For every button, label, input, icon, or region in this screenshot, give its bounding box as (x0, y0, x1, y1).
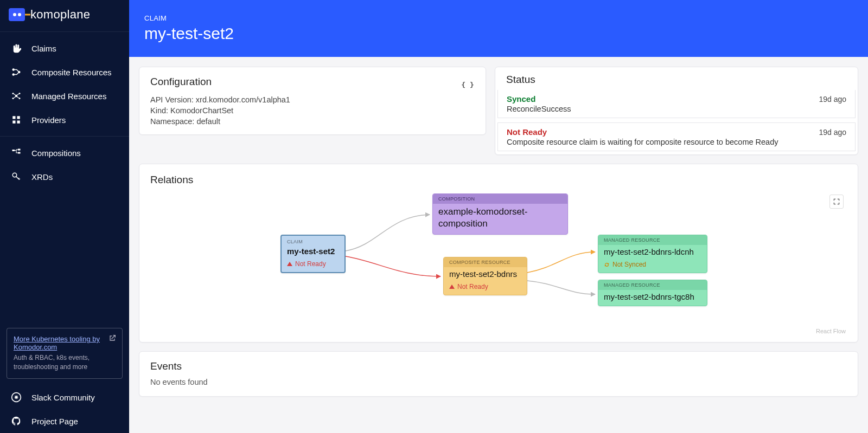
flow-icon (11, 147, 22, 158)
nav-label: Managed Resources (31, 92, 106, 101)
node-status: Not Ready (287, 260, 339, 268)
svg-rect-8 (12, 116, 15, 119)
sync-icon (604, 262, 610, 268)
svg-point-5 (19, 93, 21, 94)
svg-rect-11 (17, 121, 20, 124)
svg-rect-13 (18, 149, 21, 151)
status-title: Status (495, 74, 858, 86)
nav-label: XRDs (31, 172, 53, 182)
status-label: Not Ready (507, 127, 547, 137)
nav-managed-resources[interactable]: Managed Resources (0, 84, 129, 108)
header-kicker: CLAIM (144, 14, 853, 22)
nav-claims[interactable]: Claims (0, 36, 129, 60)
status-time: 19d ago (819, 95, 846, 104)
node-status: Not Ready (449, 283, 521, 290)
promo-box[interactable]: More Kubernetes tooling by Komodor.com A… (7, 328, 123, 379)
sidebar: komoplane Claims Composite Resources Man… (0, 0, 129, 433)
node-title: example-komodorset-composition (438, 206, 562, 230)
brand-text: komoplane (30, 8, 90, 22)
svg-point-1 (12, 73, 15, 76)
brand[interactable]: komoplane (0, 0, 129, 32)
slack-icon (11, 392, 22, 403)
node-title: my-test-set2-bdnrs-ldcnh (604, 247, 701, 256)
status-row-synced: Synced 19d ago ReconcileSuccess (497, 90, 856, 118)
node-managed-resource-1[interactable]: MANAGED RESOURCE my-test-set2-bdnrs-ldcn… (598, 235, 707, 273)
footer-slack[interactable]: Slack Community (0, 385, 129, 409)
warning-icon (449, 285, 455, 289)
page-title: my-test-set2 (144, 24, 853, 43)
node-composition[interactable]: COMPOSITION example-komodorset-compositi… (432, 193, 568, 235)
svg-point-4 (12, 93, 14, 94)
fullscreen-button[interactable] (829, 195, 844, 209)
svg-rect-14 (18, 152, 21, 154)
nav-label: Composite Resources (31, 68, 112, 77)
footer-label: Project Page (31, 417, 78, 426)
nav-group-primary: Claims Composite Resources Managed Resou… (0, 32, 129, 137)
configuration-title: Configuration (150, 76, 212, 88)
footer-github[interactable]: Project Page (0, 409, 129, 433)
config-kind: Kind: KomodorChartSet (150, 106, 475, 115)
main: CLAIM my-test-set2 Configuration { } API… (129, 0, 868, 433)
nav-compositions[interactable]: Compositions (0, 141, 129, 165)
nav-label: Providers (31, 115, 66, 125)
svg-rect-10 (12, 121, 15, 124)
events-card: Events No events found (139, 351, 858, 397)
svg-rect-12 (12, 150, 15, 151)
graph-icon (11, 91, 22, 101)
page-header: CLAIM my-test-set2 (129, 0, 868, 57)
svg-rect-9 (17, 116, 20, 119)
key-icon (11, 171, 22, 182)
config-namespace: Namespace: default (150, 117, 475, 126)
node-claim[interactable]: CLAIM my-test-set2 Not Ready (280, 235, 346, 273)
svg-point-6 (12, 98, 14, 99)
status-desc: Composite resource claim is waiting for … (507, 138, 846, 146)
status-desc: ReconcileSuccess (507, 105, 846, 113)
hand-icon (11, 43, 22, 54)
events-title: Events (150, 360, 847, 372)
nav-label: Compositions (31, 148, 81, 158)
grid-icon (11, 114, 22, 125)
external-link-icon (108, 334, 117, 344)
svg-point-0 (12, 68, 15, 71)
nodes-icon (11, 67, 22, 77)
logo-icon (9, 8, 25, 21)
config-api-version: API Version: xrd.komodor.com/v1alpha1 (150, 95, 475, 104)
node-managed-resource-2[interactable]: MANAGED RESOURCE my-test-set2-bdnrs-tgc8… (598, 280, 707, 306)
github-icon (11, 416, 22, 426)
footer-label: Slack Community (31, 393, 95, 402)
reactflow-attribution: React Flow (816, 328, 846, 334)
status-card: Status Synced 19d ago ReconcileSuccess N… (495, 67, 858, 155)
node-title: my-test-set2 (287, 247, 339, 256)
nav-composite-resources[interactable]: Composite Resources (0, 60, 129, 84)
node-status: Not Synced (604, 261, 701, 268)
node-title: my-test-set2-bdnrs-tgc8h (604, 292, 701, 301)
view-yaml-button[interactable]: { } (461, 77, 475, 92)
events-empty: No events found (150, 378, 847, 386)
svg-point-7 (19, 98, 21, 99)
status-label: Synced (507, 94, 535, 104)
promo-subtitle: Auth & RBAC, k8s events, troubleshooting… (14, 353, 116, 372)
node-title: my-test-set2-bdnrs (449, 269, 521, 279)
configuration-card: Configuration { } API Version: xrd.komod… (139, 67, 486, 135)
nav-xrds[interactable]: XRDs (0, 165, 129, 189)
relations-title: Relations (150, 174, 847, 186)
status-row-notready: Not Ready 19d ago Composite resource cla… (497, 122, 856, 151)
node-composite[interactable]: COMPOSITE RESOURCE my-test-set2-bdnrs No… (443, 257, 527, 295)
status-time: 19d ago (819, 128, 846, 137)
relations-canvas[interactable]: CLAIM my-test-set2 Not Ready COMPOSITION… (150, 191, 847, 332)
warning-icon (287, 262, 292, 266)
promo-link[interactable]: More Kubernetes tooling by Komodor.com (14, 335, 116, 351)
nav-providers[interactable]: Providers (0, 108, 129, 132)
nav-label: Claims (31, 44, 56, 53)
nav-group-secondary: Compositions XRDs (0, 137, 129, 193)
relations-card: Relations CLAIM (139, 164, 858, 342)
